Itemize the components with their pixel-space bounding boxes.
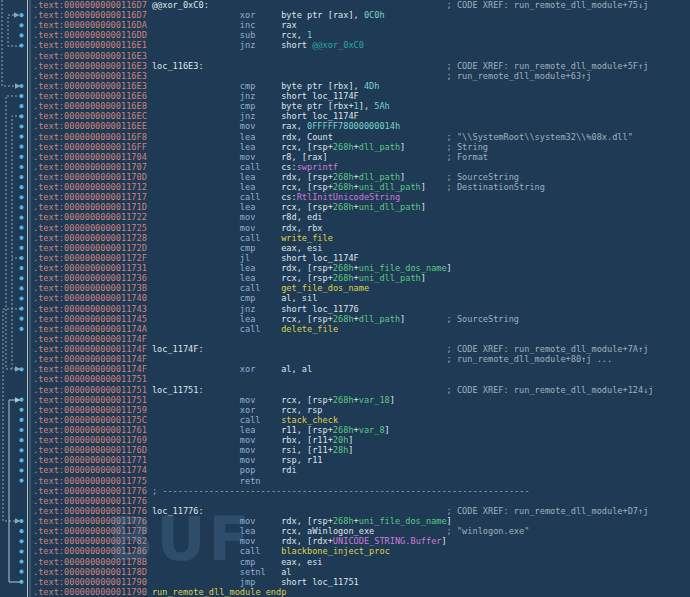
token: short loc_1174F [281, 111, 359, 121]
token: uni_dll_path [359, 182, 421, 192]
mnemonic: mov [240, 516, 256, 526]
address: .text:0000000000011745 [33, 314, 147, 324]
asm-line[interactable]: .text:00000000000116FFlearcx, [rsp+268h+… [31, 142, 690, 152]
address: .text:000000000001177B [33, 526, 147, 536]
asm-line[interactable]: .text:00000000000116EEmovrax, 0FFFFF7800… [31, 121, 690, 131]
asm-line[interactable]: .text:000000000001178Bcmpeax, esi [31, 557, 690, 567]
asm-line[interactable]: .text:0000000000011771movrsp, r11 [31, 455, 690, 465]
asm-line[interactable]: .text:00000000000116E3 [31, 51, 690, 61]
asm-line[interactable]: .text:0000000000011774poprdi [31, 465, 690, 475]
asm-line[interactable]: .text:0000000000011776loc_11776:; CODE X… [31, 506, 690, 516]
asm-line[interactable]: .text:0000000000011725movrdx, rbx [31, 223, 690, 233]
asm-line[interactable]: .text:00000000000116E3cmpbyte ptr [rbx],… [31, 81, 690, 91]
asm-line[interactable]: .text:00000000000116F8leardx, Count; "\\… [31, 132, 690, 142]
token: 268h [333, 202, 354, 212]
address: .text:0000000000011722 [33, 212, 147, 222]
comment: ; CODE XREF: run_remote_dll_module+75↓j [447, 0, 649, 10]
address: .text:0000000000011776 [33, 516, 147, 526]
token: rsp, r11 [281, 455, 322, 465]
asm-line[interactable]: .text:000000000001174F [31, 334, 690, 344]
mnemonic: cmp [240, 557, 256, 567]
asm-line[interactable]: .text:00000000000116E8cmpbyte ptr [rbx+1… [31, 101, 690, 111]
mnemonic: call [240, 324, 261, 334]
asm-line[interactable]: .text:000000000001174F; run_remote_dll_m… [31, 354, 690, 364]
asm-line[interactable]: .text:00000000000116E3; run_remote_dll_m… [31, 71, 690, 81]
asm-line[interactable]: .text:0000000000011786callblackbone_inje… [31, 546, 690, 556]
asm-line[interactable]: .text:00000000000116E1jnzshort @@xor_0xC… [31, 40, 690, 50]
token: al, sil [281, 293, 317, 303]
token: rsi, [r11+ [281, 445, 333, 455]
token: short loc_11751 [281, 577, 359, 587]
asm-line[interactable]: .text:000000000001176Dmovrsi, [r11+28h] [31, 445, 690, 455]
asm-line[interactable]: .text:0000000000011717callcs:RtlInitUnic… [31, 192, 690, 202]
token: uni_dll_path [359, 273, 421, 283]
address: .text:00000000000116E3 [33, 51, 147, 61]
mnemonic: cmp [240, 293, 256, 303]
asm-line[interactable]: .text:0000000000011769movrbx, [r11+20h] [31, 435, 690, 445]
token: dll_path [359, 142, 400, 152]
asm-line[interactable]: .text:0000000000011712learcx, [rsp+268h+… [31, 182, 690, 192]
asm-line[interactable]: .text:0000000000011751 [31, 374, 690, 384]
asm-line[interactable]: .text:0000000000011759xorrcx, rsp [31, 405, 690, 415]
asm-line[interactable]: .text:0000000000011776 [31, 496, 690, 506]
asm-line[interactable]: .text:0000000000011707callcs:swprintf [31, 162, 690, 172]
asm-line[interactable]: .text:0000000000011745learcx, [rsp+268h+… [31, 314, 690, 324]
asm-line[interactable]: .text:0000000000011790jmpshort loc_11751 [31, 577, 690, 587]
asm-line[interactable]: .text:0000000000011761lear11, [rsp+268h+… [31, 425, 690, 435]
asm-line[interactable]: .text:000000000001171Dlearcx, [rsp+268h+… [31, 202, 690, 212]
asm-line[interactable]: .text:0000000000011704movr8, [rax]; Form… [31, 152, 690, 162]
asm-line[interactable]: .text:0000000000011722movr8d, edi [31, 212, 690, 222]
asm-line[interactable]: .text:000000000001178Dsetnlal [31, 567, 690, 577]
asm-line[interactable]: .text:00000000000116D7@@xor_0xC0:; CODE … [31, 0, 690, 10]
address: .text:0000000000011740 [33, 293, 147, 303]
token: rax, [281, 121, 307, 131]
token: eax, esi [281, 243, 322, 253]
asm-line[interactable]: .text:00000000000116D7xorbyte ptr [rax],… [31, 10, 690, 20]
token: rcx, [rsp+ [281, 314, 333, 324]
asm-line[interactable]: .text:0000000000011776; ----------------… [31, 486, 690, 496]
asm-line[interactable]: .text:00000000000116E3loc_116E3:; CODE X… [31, 61, 690, 71]
mnemonic: lea [240, 526, 256, 536]
asm-line[interactable]: .text:0000000000011736learcx, [rsp+268h+… [31, 273, 690, 283]
asm-line[interactable]: .text:000000000001174Acalldelete_file [31, 324, 690, 334]
asm-line[interactable]: .text:000000000001173Bcallget_file_dos_n… [31, 283, 690, 293]
comment: ; SourceString [447, 172, 519, 182]
asm-line[interactable]: .text:00000000000116DAincrax [31, 20, 690, 30]
asm-line[interactable]: .text:000000000001172Fjlshort loc_1174F [31, 253, 690, 263]
asm-line[interactable]: .text:0000000000011731leardx, [rsp+268h+… [31, 263, 690, 273]
code-dot [19, 317, 23, 321]
asm-line[interactable]: .text:000000000001177Blearcx, aWinlogon_… [31, 526, 690, 536]
token: 5Ah [374, 101, 390, 111]
address: .text:00000000000116E8 [33, 101, 147, 111]
asm-line[interactable]: .text:0000000000011790run_remote_dll_mod… [31, 587, 690, 597]
asm-line[interactable]: .text:0000000000011782movrdx, [rdx+UNICO… [31, 536, 690, 546]
asm-line[interactable]: .text:0000000000011751loc_11751:; CODE X… [31, 385, 690, 395]
asm-line[interactable]: .text:0000000000011775retn [31, 476, 690, 486]
code-dot [19, 448, 23, 452]
asm-line[interactable]: .text:0000000000011740cmpal, sil [31, 293, 690, 303]
asm-line[interactable]: .text:000000000001174Floc_1174F:; CODE X… [31, 344, 690, 354]
token: rdx, [rdx+ [281, 536, 333, 546]
asm-line[interactable]: .text:0000000000011751movrcx, [rsp+268h+… [31, 395, 690, 405]
address: .text:000000000001178D [33, 567, 147, 577]
asm-line[interactable]: .text:0000000000011776movrdx, [rsp+268h+… [31, 516, 690, 526]
token: 268h [333, 314, 354, 324]
asm-line[interactable]: .text:00000000000116DDsubrcx, 1 [31, 30, 690, 40]
asm-line[interactable]: .text:000000000001172Dcmpeax, esi [31, 243, 690, 253]
mnemonic: xor [240, 364, 256, 374]
mnemonic: pop [240, 465, 256, 475]
asm-line[interactable]: .text:0000000000011743jnzshort loc_11776 [31, 304, 690, 314]
address: .text:0000000000011707 [33, 162, 147, 172]
token: ] [400, 172, 405, 182]
asm-line[interactable]: .text:000000000001170Dleardx, [rsp+268h+… [31, 172, 690, 182]
address: .text:0000000000011769 [33, 435, 147, 445]
asm-line[interactable]: .text:0000000000011728callwrite_file [31, 233, 690, 243]
token: rbx, [r11+ [281, 435, 333, 445]
code-dot [19, 367, 23, 371]
comment: ; CODE XREF: run_remote_dll_module+7A↑j [447, 344, 649, 354]
asm-line[interactable]: .text:000000000001175Ccallstack_check [31, 415, 690, 425]
mnemonic: xor [240, 10, 256, 20]
asm-line[interactable]: .text:00000000000116E6jnzshort loc_1174F [31, 91, 690, 101]
asm-line[interactable]: .text:000000000001174Fxoral, al [31, 364, 690, 374]
asm-line[interactable]: .text:00000000000116ECjnzshort loc_1174F [31, 111, 690, 121]
